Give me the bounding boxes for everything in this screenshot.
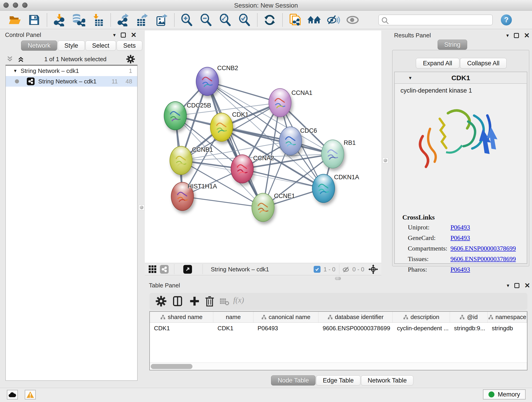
table-options-gear-icon[interactable] bbox=[155, 295, 167, 307]
cell-canonicalname[interactable]: P06493 bbox=[253, 323, 318, 334]
column-header-namespace[interactable]: namespace bbox=[488, 312, 527, 322]
cell-sharedname[interactable]: CDK1 bbox=[150, 323, 213, 334]
network-canvas[interactable]: CCNB2CCNA1CDC25BCDK1CDC6RB1CCNB1CCNA2CDK… bbox=[145, 31, 381, 263]
node-label-CCNA1: CCNA1 bbox=[291, 89, 312, 96]
column-header-canonicalname[interactable]: canonical name bbox=[253, 312, 318, 322]
import-network-from-database-button[interactable] bbox=[71, 13, 86, 27]
memory-button[interactable]: Memory bbox=[483, 389, 526, 400]
collapse-all-button[interactable]: Collapse All bbox=[460, 58, 507, 69]
node-CCNA1[interactable] bbox=[268, 88, 291, 117]
edge-CCNA2-CDKN1A[interactable] bbox=[242, 169, 323, 188]
node-CCNE1[interactable] bbox=[252, 193, 274, 222]
node-CCNA2[interactable] bbox=[231, 154, 254, 183]
close-panel-icon[interactable]: ✕ bbox=[131, 32, 137, 38]
node-CCNB1[interactable] bbox=[170, 146, 192, 175]
panel-menu-icon[interactable]: ▾ bbox=[113, 32, 116, 38]
function-builder-button[interactable]: f(x) bbox=[233, 296, 244, 304]
zoom-out-button[interactable] bbox=[199, 13, 213, 27]
crosslink-link[interactable]: P06493 bbox=[450, 266, 470, 273]
node-CCNB2[interactable] bbox=[196, 67, 219, 96]
gene-header[interactable]: ▾ CDK1 bbox=[395, 72, 527, 84]
column-header-id[interactable]: @id bbox=[450, 312, 488, 322]
tab-select[interactable]: Select bbox=[85, 41, 116, 51]
close-panel-icon[interactable]: ✕ bbox=[524, 33, 530, 38]
expand-all-button[interactable]: Expand All bbox=[416, 58, 459, 69]
tab-style[interactable]: Style bbox=[58, 41, 85, 51]
cell-namespace[interactable]: stringdb bbox=[488, 323, 527, 334]
birds-eye-crosshair-icon[interactable] bbox=[368, 264, 378, 274]
column-header-description[interactable]: description bbox=[393, 312, 450, 322]
save-session-button[interactable] bbox=[27, 13, 41, 27]
tab-string[interactable]: String bbox=[438, 40, 467, 50]
close-panel-icon[interactable]: ✕ bbox=[525, 283, 530, 288]
cell-databaseidentifier[interactable]: 9606.ENSP00000378699 bbox=[318, 323, 393, 334]
export-table-button[interactable] bbox=[135, 13, 149, 27]
show-graphics-details-button[interactable] bbox=[346, 13, 360, 27]
crosslink-link[interactable]: 9606.ENSP00000378699 bbox=[450, 255, 516, 263]
hidden-eye-slash-icon[interactable] bbox=[342, 266, 350, 273]
detach-view-icon[interactable] bbox=[183, 265, 192, 274]
add-column-icon[interactable] bbox=[189, 295, 200, 307]
apply-layout-button[interactable] bbox=[263, 13, 277, 27]
open-session-button[interactable] bbox=[8, 13, 22, 27]
collapse-all-chevrons-icon[interactable] bbox=[17, 56, 25, 63]
search-input[interactable] bbox=[379, 15, 493, 25]
bottom-splitter-handle[interactable] bbox=[335, 277, 341, 280]
crosslink-link[interactable]: 9606.ENSP00000378699 bbox=[450, 245, 516, 252]
column-header-databaseidentifier[interactable]: database identifier bbox=[318, 312, 393, 322]
edge-HIST1H1A-CCNE1[interactable] bbox=[182, 196, 263, 207]
cell-name[interactable]: CDK1 bbox=[213, 323, 253, 334]
export-network-button[interactable] bbox=[116, 13, 130, 27]
cell-description[interactable]: cyclin-dependent ... bbox=[393, 323, 450, 334]
float-panel-icon[interactable] bbox=[514, 283, 519, 288]
warnings-button[interactable] bbox=[25, 390, 36, 400]
houses-button[interactable] bbox=[307, 13, 321, 27]
collapse-collection-icon[interactable]: ▾ bbox=[14, 68, 17, 74]
right-splitter-handle[interactable] bbox=[383, 158, 388, 163]
crosslink-link[interactable]: P06493 bbox=[450, 224, 470, 231]
panel-menu-icon[interactable]: ▾ bbox=[507, 283, 509, 288]
scrollbar-thumb[interactable] bbox=[151, 364, 192, 369]
show-columns-icon[interactable] bbox=[172, 295, 183, 307]
column-namespace-icon bbox=[488, 315, 493, 320]
expand-all-chevrons-icon[interactable] bbox=[6, 56, 14, 63]
network-options-gear-icon[interactable] bbox=[126, 55, 135, 64]
hide-unhide-button[interactable] bbox=[326, 13, 341, 27]
float-panel-icon[interactable] bbox=[514, 33, 519, 38]
selected-checkbox-icon[interactable] bbox=[314, 266, 321, 273]
node-CDKN1A[interactable] bbox=[312, 174, 335, 203]
clone-network-button[interactable] bbox=[288, 13, 302, 27]
cell-id[interactable]: stringdb:9... bbox=[450, 323, 488, 334]
table-row[interactable]: CDK1CDK1P064939606.ENSP00000378699cyclin… bbox=[150, 323, 527, 334]
tab-network[interactable]: Network bbox=[21, 41, 57, 51]
node-RB1[interactable] bbox=[321, 140, 344, 168]
node-CDC25B[interactable] bbox=[164, 101, 187, 130]
import-table-from-file-button[interactable] bbox=[91, 13, 105, 27]
crosslink-link[interactable]: P06493 bbox=[450, 234, 470, 242]
help-button[interactable]: ? bbox=[501, 14, 512, 26]
export-image-button[interactable] bbox=[154, 13, 169, 27]
network-collection-row[interactable]: ▾ String Network – cdk1 1 bbox=[6, 65, 137, 76]
import-network-from-file-button[interactable] bbox=[52, 13, 66, 27]
grid-view-icon[interactable] bbox=[148, 265, 157, 274]
network-share-icon[interactable] bbox=[160, 265, 169, 274]
tab-node-table[interactable]: Node Table bbox=[271, 375, 316, 385]
zoom-in-button[interactable] bbox=[180, 13, 194, 27]
node-CDK1[interactable] bbox=[210, 113, 233, 142]
tab-network-table[interactable]: Network Table bbox=[361, 375, 413, 385]
cloud-status-button[interactable] bbox=[7, 390, 18, 400]
column-header-name[interactable]: name bbox=[213, 312, 253, 322]
zoom-selected-button[interactable] bbox=[237, 13, 252, 27]
column-header-sharedname[interactable]: shared name bbox=[150, 312, 213, 322]
left-splitter-handle[interactable] bbox=[139, 205, 144, 210]
tab-sets[interactable]: Sets bbox=[117, 41, 142, 51]
delete-table-icon[interactable] bbox=[220, 298, 230, 306]
float-panel-icon[interactable] bbox=[121, 32, 126, 38]
delete-column-icon[interactable] bbox=[204, 295, 215, 307]
network-row-selected[interactable]: String Network – cdk1 11 48 bbox=[6, 76, 137, 87]
node-CDC6[interactable] bbox=[279, 127, 302, 155]
zoom-fit-button[interactable] bbox=[218, 13, 232, 27]
table-horizontal-scrollbar[interactable] bbox=[150, 363, 527, 370]
tab-edge-table[interactable]: Edge Table bbox=[316, 375, 360, 385]
panel-menu-icon[interactable]: ▾ bbox=[506, 32, 509, 38]
